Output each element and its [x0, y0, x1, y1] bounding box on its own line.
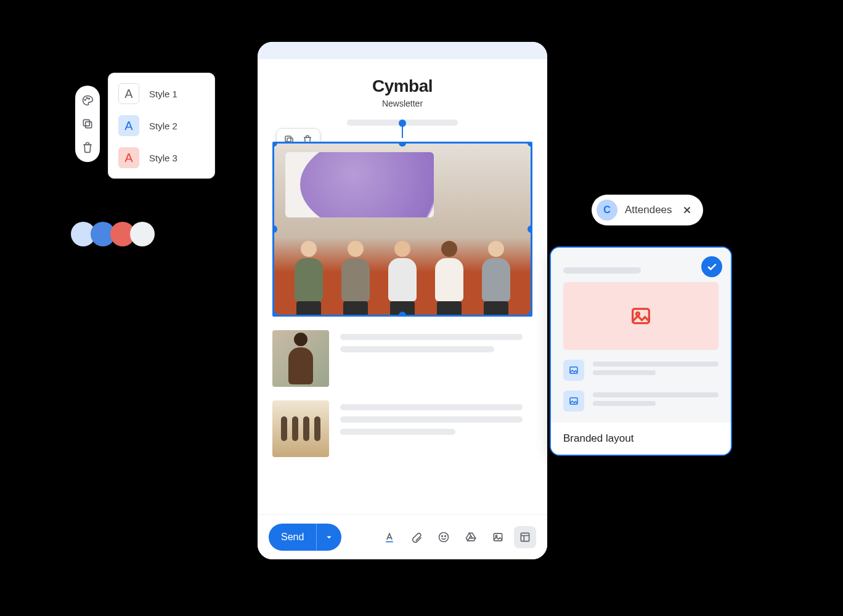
- resize-handle[interactable]: [527, 312, 532, 317]
- placeholder-text: [340, 330, 532, 387]
- text-format-icon[interactable]: [378, 526, 401, 548]
- palette-icon[interactable]: [78, 91, 97, 110]
- content-row[interactable]: [272, 400, 532, 457]
- style-mini-toolbar: [75, 86, 100, 162]
- drive-icon[interactable]: [460, 526, 482, 548]
- svg-point-8: [442, 536, 443, 537]
- editor-chrome: [258, 42, 547, 59]
- style-panel: A Style 1 A Style 2 A Style 3: [108, 73, 215, 179]
- style-swatch: A: [118, 115, 139, 136]
- layout-row-placeholder: [563, 360, 719, 381]
- resize-handle[interactable]: [527, 225, 532, 233]
- thumbnail-image: [272, 400, 329, 457]
- image-icon: [563, 391, 584, 411]
- image-icon: [563, 360, 584, 381]
- style-option-3[interactable]: A Style 3: [116, 146, 207, 169]
- thumbnail-image: [272, 330, 329, 387]
- recipient-chip[interactable]: C Attendees: [592, 195, 703, 225]
- placeholder-line: [563, 267, 641, 274]
- svg-point-2: [89, 98, 90, 99]
- style-label: Style 3: [149, 153, 177, 163]
- svg-point-0: [84, 99, 86, 100]
- hero-photo-illustration: [274, 144, 531, 315]
- svg-rect-10: [494, 533, 502, 541]
- placeholder-text: [340, 400, 532, 457]
- svg-rect-13: [633, 309, 650, 323]
- avatar: C: [597, 200, 617, 221]
- compose-toolbar: Send: [258, 514, 547, 559]
- svg-rect-16: [570, 398, 577, 405]
- style-swatch: A: [118, 83, 139, 104]
- svg-rect-6: [285, 136, 291, 142]
- emoji-icon[interactable]: [433, 526, 455, 548]
- style-label: Style 2: [149, 121, 177, 131]
- resize-handle[interactable]: [399, 312, 406, 317]
- send-button[interactable]: Send: [269, 524, 341, 551]
- color-palette: [71, 222, 150, 246]
- palette-color[interactable]: [130, 222, 155, 246]
- svg-rect-4: [83, 120, 89, 126]
- style-option-1[interactable]: A Style 1: [116, 82, 207, 105]
- brand-subtitle: Newsletter: [272, 99, 532, 108]
- selected-check-icon: [701, 256, 722, 277]
- send-options-dropdown[interactable]: [317, 524, 341, 551]
- insert-image-icon[interactable]: [487, 526, 509, 548]
- layout-option-card[interactable]: Branded layout: [550, 246, 732, 456]
- send-button-label: Send: [269, 524, 316, 551]
- selected-image-block[interactable]: [272, 142, 532, 317]
- close-icon[interactable]: [680, 203, 694, 217]
- brand-title: Cymbal: [272, 76, 532, 96]
- svg-rect-12: [521, 533, 529, 541]
- svg-rect-3: [86, 122, 92, 128]
- style-option-2[interactable]: A Style 2: [116, 114, 207, 137]
- content-row[interactable]: [272, 330, 532, 387]
- layout-hero-placeholder: [563, 282, 719, 350]
- trash-icon[interactable]: [78, 137, 97, 157]
- layouts-icon[interactable]: [514, 526, 536, 548]
- attachment-icon[interactable]: [405, 526, 428, 548]
- svg-point-7: [439, 533, 449, 542]
- svg-point-9: [445, 536, 446, 537]
- layout-card-title: Branded layout: [551, 423, 731, 455]
- rotation-handle[interactable]: [399, 120, 406, 127]
- hero-image[interactable]: [272, 142, 532, 317]
- style-label: Style 1: [149, 89, 177, 99]
- chip-label: Attendees: [625, 204, 672, 216]
- style-swatch: A: [118, 147, 139, 168]
- svg-point-1: [86, 97, 88, 99]
- duplicate-icon[interactable]: [78, 114, 97, 134]
- svg-rect-15: [570, 367, 577, 374]
- newsletter-editor: Cymbal Newsletter: [258, 42, 547, 559]
- layout-row-placeholder: [563, 391, 719, 411]
